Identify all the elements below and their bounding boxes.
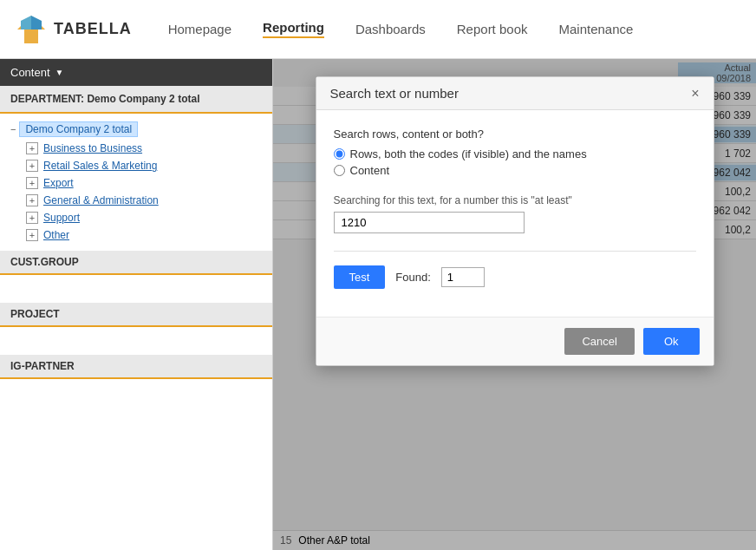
modal-footer-actions: Test Found:	[334, 265, 696, 289]
sidebar-content-bar[interactable]: Content ▼	[0, 59, 272, 86]
modal-overlay: Search text or number × Search rows, con…	[273, 59, 756, 550]
svg-marker-2	[31, 16, 42, 29]
section-project: PROJECT	[0, 303, 272, 327]
radio-rows-input[interactable]	[334, 148, 345, 160]
radio-content[interactable]: Content	[334, 164, 696, 177]
tree-child-support[interactable]: + Support	[7, 209, 265, 226]
ok-button[interactable]: Ok	[643, 328, 700, 355]
sidebar: Content ▼ DEPARTMENT: Demo Company 2 tot…	[0, 59, 273, 550]
nav-report-book[interactable]: Report book	[457, 22, 528, 36]
found-label: Found:	[395, 271, 430, 284]
nav-reporting[interactable]: Reporting	[263, 20, 324, 38]
content-area: Actual09/2018 960 339 960 339 960 339 1 …	[273, 59, 756, 550]
search-modal: Search text or number × Search rows, con…	[316, 76, 714, 366]
modal-footer: Cancel Ok	[316, 317, 714, 365]
expand-icon-support: +	[26, 212, 38, 224]
expand-icon-b2b: +	[26, 142, 38, 154]
tree-child-other[interactable]: + Other	[7, 226, 265, 244]
cancel-button[interactable]: Cancel	[564, 328, 634, 355]
child-label-export: Export	[43, 177, 74, 189]
content-label: Content	[10, 66, 50, 79]
nav-homepage[interactable]: Homepage	[168, 22, 231, 36]
child-label-general: General & Administration	[43, 194, 159, 206]
modal-header: Search text or number ×	[316, 77, 714, 110]
dept-header: DEPARTMENT: Demo Company 2 total	[0, 86, 272, 114]
expand-icon-general: +	[26, 194, 38, 206]
radio-content-label: Content	[350, 164, 390, 177]
radio-content-input[interactable]	[334, 165, 345, 176]
logo-icon	[14, 14, 49, 45]
child-label-other: Other	[43, 229, 69, 241]
root-item-label[interactable]: Demo Company 2 total	[19, 121, 138, 137]
expand-icon-retail: +	[26, 160, 38, 172]
tree-section: − Demo Company 2 total + Business to Bus…	[0, 114, 272, 249]
search-label: Searching for this text, for a number th…	[334, 194, 696, 206]
modal-close-button[interactable]: ×	[691, 87, 699, 101]
expand-icon-other: +	[26, 229, 38, 241]
modal-title: Search text or number	[330, 86, 459, 101]
expand-icon-export: +	[26, 177, 38, 189]
search-section-label: Search rows, content or both?	[334, 128, 696, 141]
main-layout: Content ▼ DEPARTMENT: Demo Company 2 tot…	[0, 59, 756, 550]
tree-child-b2b[interactable]: + Business to Business	[7, 140, 265, 157]
section-custgroup: CUST.GROUP	[0, 251, 272, 275]
test-button[interactable]: Test	[334, 265, 386, 289]
modal-body: Search rows, content or both? Rows, both…	[316, 110, 714, 317]
tree-root-item[interactable]: − Demo Company 2 total	[7, 119, 265, 140]
nav-maintenance[interactable]: Maintenance	[558, 22, 633, 36]
search-text-input[interactable]	[334, 212, 525, 233]
nav-dashboards[interactable]: Dashboards	[355, 22, 426, 36]
tree-child-export[interactable]: + Export	[7, 174, 265, 192]
radio-rows[interactable]: Rows, both the codes (if visible) and th…	[334, 147, 696, 160]
found-input[interactable]	[441, 267, 485, 287]
logo: TABELLA	[14, 14, 132, 45]
top-navigation: TABELLA Homepage Reporting Dashboards Re…	[0, 0, 756, 59]
section-igpartner: IG-PARTNER	[0, 355, 272, 379]
modal-divider	[334, 251, 696, 252]
svg-marker-1	[21, 16, 31, 29]
tree-child-retail[interactable]: + Retail Sales & Marketing	[7, 157, 265, 174]
child-label-retail: Retail Sales & Marketing	[43, 160, 157, 172]
dropdown-arrow-icon: ▼	[55, 68, 64, 77]
tree-child-general[interactable]: + General & Administration	[7, 192, 265, 209]
child-label-support: Support	[43, 212, 80, 224]
radio-rows-label: Rows, both the codes (if visible) and th…	[350, 147, 587, 160]
collapse-icon: −	[10, 124, 16, 134]
child-label-b2b: Business to Business	[43, 142, 142, 154]
logo-text: TABELLA	[54, 20, 132, 38]
radio-group: Rows, both the codes (if visible) and th…	[334, 147, 696, 177]
